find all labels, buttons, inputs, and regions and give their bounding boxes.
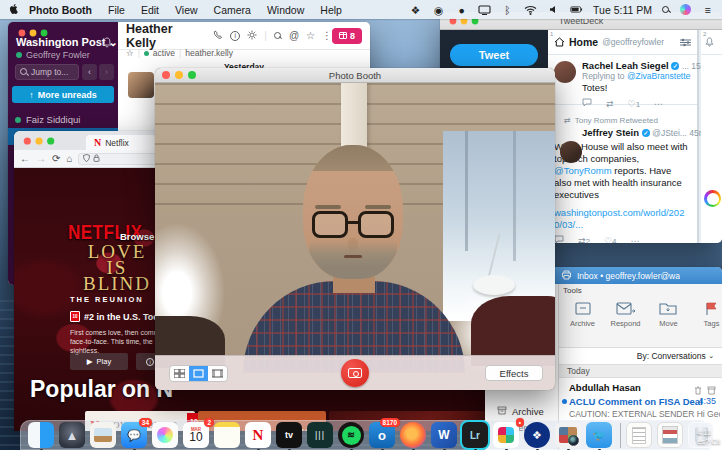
- apple-menu-icon[interactable]: [8, 3, 21, 16]
- shield-icon[interactable]: [83, 153, 90, 164]
- slack-dock-icon[interactable]: •: [493, 422, 519, 448]
- retweet-icon[interactable]: ⇄2: [578, 236, 590, 244]
- slack-jump-to-input[interactable]: Jump to...: [15, 64, 79, 80]
- movie-view-button[interactable]: [208, 366, 227, 381]
- photos-dock-icon[interactable]: [152, 422, 178, 448]
- bell-icon[interactable]: [102, 37, 112, 50]
- eye-status-icon[interactable]: ◉: [432, 3, 445, 16]
- take-photo-button[interactable]: [341, 359, 369, 387]
- history-back-button[interactable]: ‹: [82, 64, 97, 80]
- mentions-icon[interactable]: @: [289, 30, 299, 41]
- dropbox-status-icon[interactable]: ❖: [409, 3, 422, 16]
- menu-app-name[interactable]: Photo Booth: [21, 4, 100, 16]
- column-header[interactable]: Home @geoffreyfowler: [548, 30, 697, 55]
- retweet-icon[interactable]: ⇄: [606, 99, 614, 109]
- tweet-link[interactable]: washingtonpost.com/world/2020/03/...: [554, 207, 691, 231]
- messages-dock-icon[interactable]: 💬34: [121, 422, 147, 448]
- spotlight-icon[interactable]: [662, 6, 670, 14]
- move-button[interactable]: Move: [647, 297, 690, 328]
- finder-dock-icon[interactable]: [28, 422, 54, 448]
- lightroom-dock-icon[interactable]: Lr: [462, 422, 488, 448]
- battery-icon[interactable]: [570, 3, 583, 16]
- archive-button[interactable]: Archive: [561, 297, 604, 328]
- reload-icon[interactable]: ⟳: [52, 153, 60, 164]
- history-forward-button[interactable]: ›: [99, 64, 114, 80]
- avatar[interactable]: [128, 72, 154, 98]
- sort-dropdown[interactable]: By: Conversations ⌄: [559, 348, 722, 364]
- word-dock-icon[interactable]: W: [431, 422, 457, 448]
- tweet[interactable]: ⇄Tony Romm Retweeted Jeffrey Stein ✓ @JS…: [548, 111, 697, 243]
- mention-link[interactable]: @ZivaBranstetter @...: [627, 71, 691, 81]
- bluetooth-icon[interactable]: ᛒ: [501, 3, 514, 16]
- spotify-dock-icon[interactable]: ≋: [338, 422, 364, 448]
- column-header[interactable]: [701, 30, 722, 55]
- address-bar[interactable]: [78, 153, 163, 165]
- menu-window[interactable]: Window: [259, 4, 312, 16]
- menu-file[interactable]: File: [100, 4, 133, 16]
- siri-icon[interactable]: [680, 4, 691, 15]
- launchpad-dock-icon[interactable]: ▲: [59, 422, 85, 448]
- twitter-dock-icon[interactable]: 🐦: [586, 422, 612, 448]
- netflix-dock-icon[interactable]: N: [245, 422, 271, 448]
- like-icon[interactable]: ♡4: [604, 236, 617, 244]
- play-button[interactable]: ▶Play: [70, 353, 128, 370]
- info-icon[interactable]: i: [230, 31, 240, 41]
- gear-icon[interactable]: [247, 30, 257, 42]
- avatar[interactable]: [554, 61, 576, 83]
- documents-stack-icon[interactable]: [626, 422, 652, 448]
- lock-icon[interactable]: [93, 153, 100, 164]
- tags-button[interactable]: Tags: [690, 297, 722, 328]
- more-options-icon[interactable]: ⋮: [322, 30, 332, 41]
- folder-archive[interactable]: Archive: [497, 406, 544, 417]
- audio-app-dock-icon[interactable]: |||: [307, 422, 333, 448]
- appletv-dock-icon[interactable]: tv: [276, 422, 302, 448]
- effects-button[interactable]: Effects: [485, 365, 543, 381]
- star-icon[interactable]: ☆: [306, 30, 315, 41]
- firefox-traffic-lights[interactable]: [24, 137, 55, 144]
- reply-icon[interactable]: [582, 98, 592, 109]
- more-icon[interactable]: ⋯: [654, 99, 663, 109]
- dropbox-dock-icon[interactable]: ❖: [524, 422, 550, 448]
- wifi-icon[interactable]: [524, 3, 537, 16]
- more-unreads-banner[interactable]: ↑More unreads: [12, 86, 114, 103]
- tweet[interactable]: Rachel Leah Siegel ✓ ... 15m Replying to…: [548, 55, 697, 105]
- menu-view[interactable]: View: [167, 4, 206, 16]
- home-icon[interactable]: ⌂: [66, 153, 72, 164]
- menu-help[interactable]: Help: [312, 4, 350, 16]
- like-icon[interactable]: ♡1: [628, 99, 641, 109]
- firefox-dock-icon[interactable]: [400, 422, 426, 448]
- more-icon[interactable]: ⋯: [631, 236, 640, 244]
- menu-bar-clock[interactable]: Tue 5:11 PM: [593, 4, 652, 16]
- downloads-stack-icon[interactable]: [657, 422, 683, 448]
- avatar[interactable]: [560, 141, 582, 163]
- mention-link[interactable]: @TonyRomm: [554, 165, 612, 176]
- photo-booth-window[interactable]: Photo Booth: [155, 68, 555, 390]
- menu-edit[interactable]: Edit: [133, 4, 167, 16]
- reply-icon[interactable]: [554, 235, 564, 243]
- volume-icon[interactable]: [547, 3, 560, 16]
- ribbon-tab-tools[interactable]: Tools: [563, 286, 582, 295]
- preview-dock-icon[interactable]: [90, 422, 116, 448]
- menu-camera[interactable]: Camera: [206, 4, 259, 16]
- back-icon[interactable]: ←: [20, 153, 30, 164]
- avatar[interactable]: [704, 190, 721, 207]
- calendar-dock-icon[interactable]: MAR10 2: [183, 422, 209, 448]
- filter-sliders-icon[interactable]: [680, 33, 691, 51]
- display-mirroring-icon[interactable]: [478, 3, 491, 16]
- phone-icon[interactable]: [213, 30, 223, 42]
- photo-booth-dock-icon[interactable]: [555, 422, 581, 448]
- notification-center-icon[interactable]: ≡: [701, 3, 714, 16]
- single-photo-view-button[interactable]: [189, 366, 208, 381]
- four-up-view-button[interactable]: [170, 366, 189, 381]
- notification-fragment[interactable]: 4:11 es? Cli: [697, 428, 720, 446]
- search-icon[interactable]: [274, 32, 282, 40]
- browser-tab-netflix[interactable]: NNetflix: [86, 135, 156, 150]
- slack-dm-faiz[interactable]: Faiz Siddiqui: [8, 111, 118, 128]
- gift-badge[interactable]: 8: [332, 28, 362, 44]
- forward-icon[interactable]: →: [36, 153, 46, 164]
- respond-button[interactable]: Respond: [604, 297, 647, 328]
- outlook-dock-icon[interactable]: o8170: [369, 422, 395, 448]
- notes-dock-icon[interactable]: [214, 422, 240, 448]
- tweet-button[interactable]: Tweet: [450, 44, 538, 66]
- star-icon[interactable]: ☆: [126, 48, 134, 58]
